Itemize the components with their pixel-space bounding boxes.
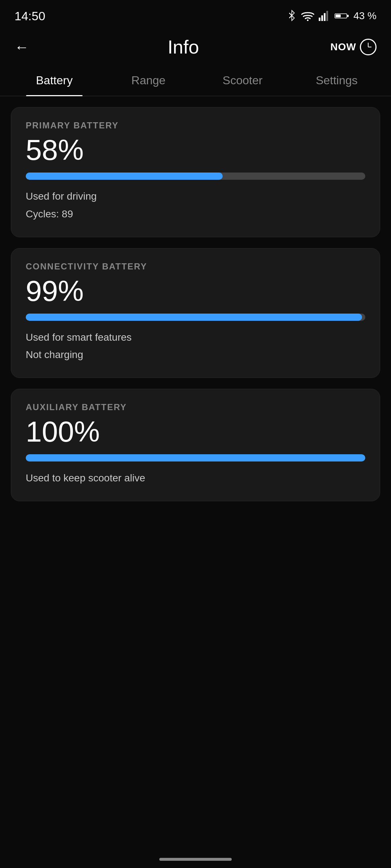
back-button[interactable]: ← (14, 39, 36, 55)
tab-range[interactable]: Range (101, 65, 196, 96)
now-button[interactable]: NOW (331, 39, 377, 55)
auxiliary-battery-progress-fill (26, 454, 365, 461)
connectivity-battery-progress-container (26, 314, 365, 321)
auxiliary-battery-progress-container (26, 454, 365, 461)
status-time: 14:50 (14, 9, 45, 23)
clock-icon (360, 39, 377, 55)
page-title: Info (36, 36, 331, 58)
bluetooth-icon (287, 9, 297, 22)
connectivity-battery-info2: Not charging (26, 347, 365, 363)
device-battery-icon (335, 12, 349, 20)
signal-icon (319, 11, 330, 21)
home-indicator (159, 858, 232, 861)
svg-rect-6 (347, 15, 349, 17)
svg-rect-1 (319, 18, 321, 21)
battery-percentage-status: 43 % (353, 10, 377, 22)
auxiliary-battery-card: AUXILIARY BATTERY 100% Used to keep scoo… (11, 389, 380, 501)
svg-rect-3 (324, 13, 326, 21)
primary-battery-progress-fill (26, 173, 223, 180)
primary-battery-info: Used for driving Cycles: 89 (26, 188, 365, 222)
main-content: PRIMARY BATTERY 58% Used for driving Cyc… (0, 96, 391, 512)
svg-rect-2 (321, 15, 323, 21)
svg-rect-7 (336, 14, 341, 17)
connectivity-battery-percentage: 99% (26, 277, 365, 306)
connectivity-battery-progress-fill (26, 314, 362, 321)
wifi-icon (301, 11, 314, 21)
svg-point-0 (307, 20, 309, 21)
primary-battery-label: PRIMARY BATTERY (26, 120, 365, 131)
svg-rect-4 (327, 11, 328, 21)
primary-battery-percentage: 58% (26, 136, 365, 165)
auxiliary-battery-percentage: 100% (26, 417, 365, 446)
primary-battery-info1: Used for driving (26, 188, 365, 205)
auxiliary-battery-info: Used to keep scooter alive (26, 470, 365, 486)
auxiliary-battery-info1: Used to keep scooter alive (26, 470, 365, 486)
tab-scooter[interactable]: Scooter (196, 65, 290, 96)
now-label: NOW (331, 41, 356, 53)
connectivity-battery-label: CONNECTIVITY BATTERY (26, 261, 365, 272)
tab-battery[interactable]: Battery (7, 65, 101, 96)
connectivity-battery-info: Used for smart features Not charging (26, 329, 365, 363)
status-icons: 43 % (287, 9, 377, 22)
primary-battery-card: PRIMARY BATTERY 58% Used for driving Cyc… (11, 107, 380, 237)
tab-navigation: Battery Range Scooter Settings (0, 65, 391, 96)
auxiliary-battery-label: AUXILIARY BATTERY (26, 402, 365, 412)
status-bar: 14:50 43 % (0, 0, 391, 29)
nav-bar: ← Info NOW (0, 29, 391, 65)
primary-battery-info2: Cycles: 89 (26, 206, 365, 222)
connectivity-battery-card: CONNECTIVITY BATTERY 99% Used for smart … (11, 248, 380, 378)
tab-settings[interactable]: Settings (290, 65, 384, 96)
primary-battery-progress-container (26, 173, 365, 180)
connectivity-battery-info1: Used for smart features (26, 329, 365, 346)
